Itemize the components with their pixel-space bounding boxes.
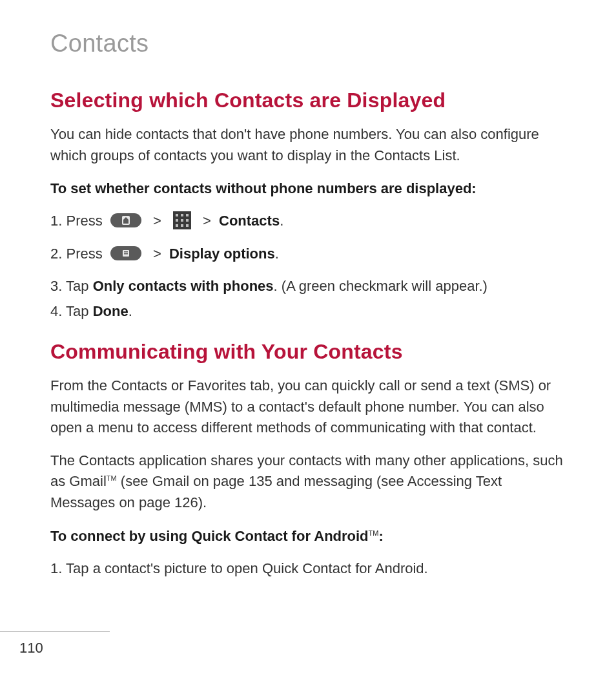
comm-step-1: 1. Tap a contact's picture to open Quick… [50, 558, 570, 580]
home-key-icon [110, 213, 141, 227]
svg-rect-6 [176, 219, 178, 222]
step-2: 2. Press > Display options. [50, 244, 570, 265]
intro-paragraph: You can hide contacts that don't have ph… [50, 124, 570, 166]
chevron: > [203, 213, 211, 229]
menu-key-icon [110, 246, 141, 260]
step-3-bold: Only contacts with phones [93, 278, 274, 294]
subheading-set-display: To set whether contacts without phone nu… [50, 178, 570, 199]
step-3: 3. Tap Only contacts with phones. (A gre… [50, 276, 570, 297]
step-3-rest: . (A green checkmark will appear.) [274, 278, 488, 294]
chevron: > [153, 213, 161, 229]
step-2-bold: Display options [169, 246, 275, 262]
svg-rect-10 [181, 224, 183, 227]
page-number: 110 [19, 640, 43, 657]
step-4-bold: Done [93, 303, 128, 319]
comm-paragraph-1: From the Contacts or Favorites tab, you … [50, 375, 570, 439]
svg-rect-15 [124, 253, 128, 255]
step-4: 4. Tap Done. [50, 301, 570, 322]
step-4-dot: . [128, 303, 132, 319]
step-3-prefix: 3. Tap [50, 278, 93, 294]
svg-rect-9 [176, 224, 178, 227]
subheading-qc-a: To connect by using Quick Contact for An… [50, 528, 369, 544]
chevron: > [153, 246, 161, 262]
trademark-icon: TM [107, 474, 117, 482]
comm-paragraph-2b: (see Gmail on page 135 and messaging (se… [50, 473, 502, 510]
svg-rect-5 [186, 214, 189, 216]
svg-rect-8 [186, 219, 189, 222]
page-title: Contacts [50, 30, 570, 58]
step-1-prefix: 1. Press [50, 213, 107, 229]
section-heading-communicating: Communicating with Your Contacts [50, 340, 570, 364]
subheading-quick-contact: To connect by using Quick Contact for An… [50, 525, 570, 547]
section-heading-selecting: Selecting which Contacts are Displayed [50, 89, 570, 112]
subheading-qc-b: : [378, 528, 383, 544]
apps-grid-icon [173, 211, 191, 229]
svg-rect-4 [181, 214, 183, 216]
page-rule [0, 631, 110, 632]
svg-rect-14 [124, 251, 128, 253]
step-2-dot: . [275, 246, 279, 262]
svg-rect-3 [176, 214, 178, 216]
step-4-prefix: 4. Tap [50, 303, 93, 319]
trademark-icon: TM [369, 529, 379, 536]
step-2-prefix: 2. Press [50, 246, 107, 262]
comm-paragraph-2: The Contacts application shares your con… [50, 450, 570, 514]
svg-rect-11 [186, 224, 189, 227]
step-1: 1. Press > > Contacts. [50, 211, 570, 232]
step-1-dot: . [280, 213, 283, 229]
svg-rect-7 [181, 219, 183, 222]
step-1-bold: Contacts [219, 213, 280, 229]
